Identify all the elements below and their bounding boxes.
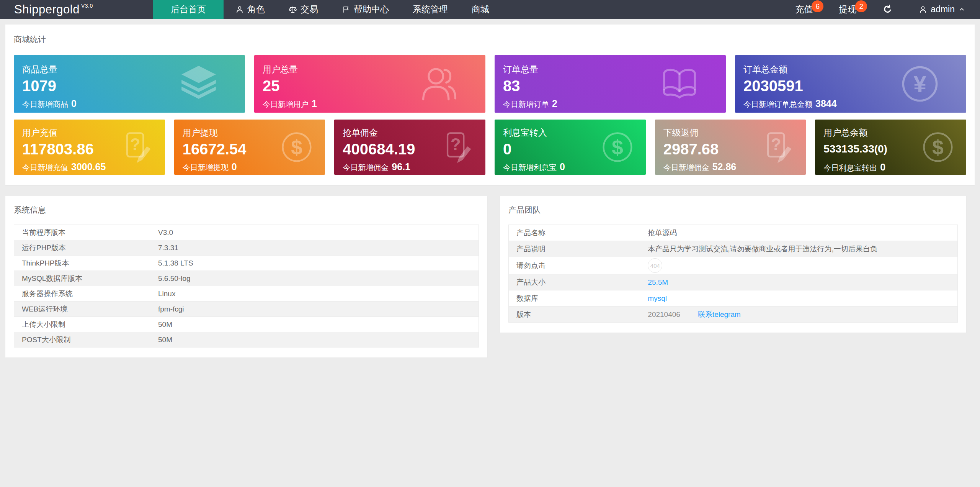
nav-item-trade[interactable]: 交易 [277,0,330,19]
system-info-table: 当前程序版本V3.0运行PHP版本7.3.31ThinkPHP版本5.1.38 … [14,225,479,348]
row-label: WEB运行环境 [14,304,158,314]
stat-card-user-withdraw: 用户提现16672.54今日新增提现0昨日新增提现0$ [174,120,325,175]
yen-icon: ¥ [897,61,942,107]
layers-icon [176,61,221,107]
system-info-panel: 系统信息 当前程序版本V3.0运行PHP版本7.3.31ThinkPHP版本5.… [5,196,487,357]
refresh-button[interactable] [869,0,906,19]
dollar-icon: $ [278,129,315,166]
nav-item-mall[interactable]: 商城 [460,0,501,19]
system-info-row: 运行PHP版本7.3.31 [14,240,479,256]
nav-item-system[interactable]: 系统管理 [401,0,460,19]
docedit-icon: ? [118,129,155,166]
row-label: 上传大小限制 [14,320,158,330]
recharge-button[interactable]: 充值 6 [782,0,826,19]
users-icon [416,61,462,107]
system-info-row: 当前程序版本V3.0 [14,225,479,240]
system-info-row: POST大小限制50M [14,332,479,347]
404-circle[interactable]: 404 [648,258,662,273]
row-value-link[interactable]: mysql [648,294,667,303]
user-name: admin [931,4,955,15]
row-value-link[interactable]: 25.5M [648,278,668,287]
system-info-row: ThinkPHP版本5.1.38 LTS [14,256,479,271]
bottom-panels: 系统信息 当前程序版本V3.0运行PHP版本7.3.31ThinkPHP版本5.… [5,196,975,357]
stats-row-2: 用户充值117803.86今日新增充值3000.65昨日新增充值0?用户提现16… [14,120,966,175]
nav-item-label: 系统管理 [413,3,448,15]
product-team-row: 产品大小25.5M [509,274,957,290]
book-icon [657,61,702,107]
product-team-row: 请勿点击404 [509,257,957,274]
stat-card-sub-commission: 下级返佣2987.68今日新增佣金52.86昨日新增佣金0? [655,120,806,175]
system-info-row: 服务器操作系统Linux [14,286,479,302]
row-label: 产品说明 [509,244,648,254]
stats-panel: 商城统计 商品总量1079今日新增商品0昨日新增商品0用户总量25今日新增用户1… [5,25,975,185]
stat-card-products: 商品总量1079今日新增商品0昨日新增商品0 [14,55,245,113]
product-team-table: 产品名称抢单源码产品说明本产品只为学习测试交流,请勿要做商业或者用于违法行为,一… [508,225,958,323]
withdraw-button[interactable]: 提现 2 [826,0,869,19]
withdraw-badge: 2 [855,0,867,12]
docedit-icon: ? [759,129,796,166]
row-value: Linux [158,290,479,298]
brand-logo: Shippergold V3.0 [0,0,153,19]
row-value: 5.1.38 LTS [158,259,479,267]
nav-right: 充值 6 提现 2 admin [782,0,980,19]
svg-text:$: $ [932,136,944,159]
person-icon [235,5,244,14]
nav-item-home[interactable]: 后台首页 [153,0,224,19]
product-team-title: 产品团队 [508,205,958,215]
svg-text:?: ? [771,135,781,154]
nav-item-roles[interactable]: 角色 [224,0,277,19]
svg-text:$: $ [291,136,302,159]
nav-item-label: 商城 [472,3,489,15]
svg-text:$: $ [612,136,623,159]
dollar-icon: $ [599,129,636,166]
system-info-row: MySQL数据库版本5.6.50-log [14,271,479,286]
row-label: 当前程序版本 [14,228,158,238]
recharge-badge: 6 [812,0,823,12]
stat-card-orders: 订单总量83今日新增订单2昨日新增订单0 [495,55,726,113]
user-icon [919,5,927,14]
stat-card-user-recharge: 用户充值117803.86今日新增充值3000.65昨日新增充值0? [14,120,165,175]
brand-name: Shippergold [14,3,80,16]
nav-item-help[interactable]: 帮助中心 [330,0,401,19]
svg-text:?: ? [451,135,461,154]
product-team-row: 产品名称抢单源码 [509,225,957,241]
stat-card-user-balance: 用户总余额533135.33(0)今日利息宝转出0今日利息宝收益0$ [815,120,966,175]
row-value: V3.0 [158,228,479,237]
stat-card-users: 用户总量25今日新增用户1昨日新增用户0 [254,55,485,113]
row-label: 数据库 [509,294,648,303]
stat-card-interest-in: 利息宝转入0今日新增利息宝0昨日新增利息宝0$ [495,120,646,175]
svg-text:¥: ¥ [913,71,926,97]
brand-version: V3.0 [81,3,93,9]
product-team-row: 版本20210406联系telegram [509,307,957,322]
scales-icon [289,5,297,14]
page-content: 商城统计 商品总量1079今日新增商品0昨日新增商品0用户总量25今日新增用户1… [0,19,980,357]
nav-item-label: 后台首页 [171,3,206,15]
navbar: Shippergold V3.0 后台首页角色交易帮助中心系统管理商城 充值 6… [0,0,980,19]
chevron-up-icon [958,6,965,13]
flag-icon [342,5,350,14]
stats-section-title: 商城统计 [14,34,966,45]
system-info-title: 系统信息 [14,205,479,215]
nav-item-label: 交易 [301,3,318,15]
row-value-text: 抢单源码 [648,228,677,238]
product-team-row: 产品说明本产品只为学习测试交流,请勿要做商业或者用于违法行为,一切后果自负 [509,241,957,257]
row-label: 请勿点击 [509,261,648,271]
row-value: 50M [158,320,479,329]
row-label: ThinkPHP版本 [14,258,158,268]
withdraw-label: 提现 [839,3,856,15]
row-label: MySQL数据库版本 [14,274,158,284]
telegram-link[interactable]: 联系telegram [698,310,741,320]
docedit-icon: ? [439,129,475,166]
row-label: 服务器操作系统 [14,289,158,299]
refresh-icon [882,4,893,15]
row-value: 7.3.31 [158,244,479,252]
row-value-text: 本产品只为学习测试交流,请勿要做商业或者用于违法行为,一切后果自负 [648,244,877,254]
dollar-icon: $ [920,129,956,166]
system-info-row: WEB运行环境fpm-fcgi [14,302,479,317]
svg-text:?: ? [130,135,140,154]
product-team-panel: 产品团队 产品名称抢单源码产品说明本产品只为学习测试交流,请勿要做商业或者用于违… [500,196,966,333]
recharge-label: 充值 [795,3,813,15]
user-menu[interactable]: admin [906,0,980,19]
row-label: 产品名称 [509,228,648,238]
row-label: 产品大小 [509,277,648,287]
